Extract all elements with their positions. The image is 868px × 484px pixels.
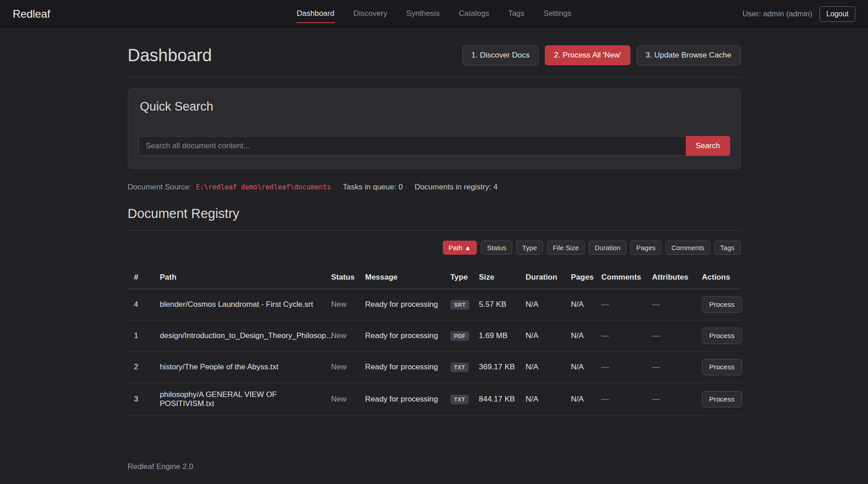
table-row: 1 design/Introduction_to_Design_Theory_P… — [128, 320, 741, 352]
doc-duration: N/A — [526, 383, 571, 416]
nav-item-synthesis[interactable]: Synthesis — [406, 5, 440, 23]
doc-type-badge: PDF — [451, 331, 470, 341]
discover-docs-button[interactable]: 1. Discover Docs — [462, 45, 538, 65]
doc-pages: N/A — [571, 383, 601, 416]
doc-size: 844.17 KB — [479, 383, 526, 416]
doc-duration: N/A — [526, 289, 571, 320]
doc-message: Ready for processing — [365, 289, 451, 320]
doc-size: 369.17 KB — [479, 352, 526, 383]
doc-type-badge: TXT — [451, 395, 469, 404]
sort-button-path[interactable]: Path ▲ — [443, 241, 477, 255]
sort-button-file-size[interactable]: File Size — [547, 241, 585, 255]
documents-in-registry: Documents in registry: 4 — [415, 183, 498, 192]
nav-item-discovery[interactable]: Discovery — [353, 5, 388, 23]
status-line: Document Source: E:\redleaf demo\redleaf… — [128, 183, 741, 192]
process-button[interactable]: Process — [702, 359, 742, 375]
column-header-duration: Duration — [526, 266, 571, 289]
doc-comments: — — [601, 383, 652, 416]
sort-button-duration[interactable]: Duration — [589, 241, 626, 255]
doc-size: 5.57 KB — [479, 289, 526, 320]
document-source-path: E:\redleaf demo\redleaf\documents — [196, 183, 331, 191]
column-header-num: # — [128, 266, 160, 289]
column-header-size: Size — [479, 266, 526, 289]
doc-message: Ready for processing — [365, 352, 451, 383]
search-input-group: Search — [138, 136, 730, 156]
doc-path: blender/Cosmos Laundromat - First Cycle.… — [160, 289, 331, 320]
nav-item-tags[interactable]: Tags — [508, 5, 525, 23]
logout-button[interactable]: Logout — [820, 6, 855, 22]
column-header-pages: Pages — [571, 266, 601, 289]
process-button[interactable]: Process — [702, 391, 742, 407]
doc-pages: N/A — [571, 352, 601, 383]
doc-type-badge: SRT — [451, 300, 470, 310]
doc-status: New — [331, 289, 365, 320]
doc-path: philosophy/A GENERAL VIEW OF POSITIVISM.… — [160, 383, 331, 416]
doc-message: Ready for processing — [365, 320, 451, 352]
page-header: Dashboard 1. Discover Docs 2. Process Al… — [128, 45, 741, 65]
sort-buttons-row: Path ▲ Status Type File Size Duration Pa… — [128, 241, 741, 255]
sort-button-pages[interactable]: Pages — [630, 241, 662, 255]
column-header-attributes: Attributes — [652, 266, 702, 289]
main-container: Dashboard 1. Discover Docs 2. Process Al… — [128, 28, 741, 484]
column-header-type: Type — [451, 266, 479, 289]
doc-size: 1.69 MB — [479, 320, 526, 352]
quick-search-card: Quick Search Search — [128, 88, 741, 169]
column-header-status: Status — [331, 266, 365, 289]
header-actions: 1. Discover Docs 2. Process All 'New' 3.… — [462, 45, 741, 65]
registry-title: Document Registry — [128, 206, 741, 221]
doc-comments: — — [601, 289, 652, 320]
registry-divider — [128, 230, 741, 231]
navbar-right: User: admin (admin) Logout — [742, 6, 855, 22]
nav-item-catalogs[interactable]: Catalogs — [458, 5, 490, 23]
column-header-path: Path — [160, 266, 331, 289]
doc-status: New — [331, 320, 365, 352]
column-header-message: Message — [365, 266, 451, 289]
doc-type-badge: TXT — [451, 363, 469, 372]
nav-item-settings[interactable]: Settings — [543, 5, 572, 23]
doc-path: design/Introduction_to_Design_Theory_Phi… — [160, 320, 331, 352]
doc-comments: — — [601, 320, 652, 352]
doc-attributes: — — [652, 352, 702, 383]
doc-status: New — [331, 352, 365, 383]
row-num: 3 — [128, 383, 160, 416]
row-num: 1 — [128, 320, 160, 352]
quick-search-header: Quick Search — [128, 89, 740, 123]
doc-status: New — [331, 383, 365, 416]
search-input[interactable] — [138, 136, 686, 156]
doc-comments: — — [601, 352, 652, 383]
doc-duration: N/A — [526, 352, 571, 383]
table-header-row: # Path Status Message Type Size Duration… — [128, 266, 741, 289]
sort-button-status[interactable]: Status — [481, 241, 512, 255]
nav-item-dashboard[interactable]: Dashboard — [296, 5, 335, 23]
sort-button-comments[interactable]: Comments — [665, 241, 710, 255]
sort-button-tags[interactable]: Tags — [714, 241, 741, 255]
process-button[interactable]: Process — [702, 296, 742, 313]
doc-pages: N/A — [571, 289, 601, 320]
process-all-new-button[interactable]: 2. Process All 'New' — [545, 45, 630, 65]
top-navbar: Redleaf Dashboard Discovery Synthesis Ca… — [0, 0, 868, 28]
footer-text: Redleaf Engine 2.0 — [128, 462, 194, 471]
tasks-in-queue: Tasks in queue: 0 — [343, 183, 402, 192]
quick-search-title: Quick Search — [140, 100, 728, 114]
search-button[interactable]: Search — [686, 136, 730, 156]
user-label: User: admin (admin) — [742, 10, 812, 19]
table-row: 3 philosophy/A GENERAL VIEW OF POSITIVIS… — [128, 383, 741, 416]
column-header-actions: Actions — [702, 266, 741, 289]
quick-search-body: Search — [128, 123, 740, 169]
sort-button-type[interactable]: Type — [516, 241, 543, 255]
doc-path: history/The People of the Abyss.txt — [160, 352, 331, 383]
process-button[interactable]: Process — [702, 328, 742, 344]
page-footer: Redleaf Engine 2.0 — [128, 462, 741, 484]
page-title: Dashboard — [128, 46, 212, 65]
doc-duration: N/A — [526, 320, 571, 352]
doc-attributes: — — [652, 289, 702, 320]
doc-attributes: — — [652, 383, 702, 416]
header-divider — [128, 77, 741, 77]
main-nav: Dashboard Discovery Synthesis Catalogs T… — [296, 5, 572, 23]
table-row: 4 blender/Cosmos Laundromat - First Cycl… — [128, 289, 741, 320]
brand-link[interactable]: Redleaf — [13, 8, 50, 20]
doc-message: Ready for processing — [365, 383, 451, 416]
update-browse-cache-button[interactable]: 3. Update Browse Cache — [637, 45, 741, 65]
row-num: 2 — [128, 352, 160, 383]
row-num: 4 — [128, 289, 160, 320]
